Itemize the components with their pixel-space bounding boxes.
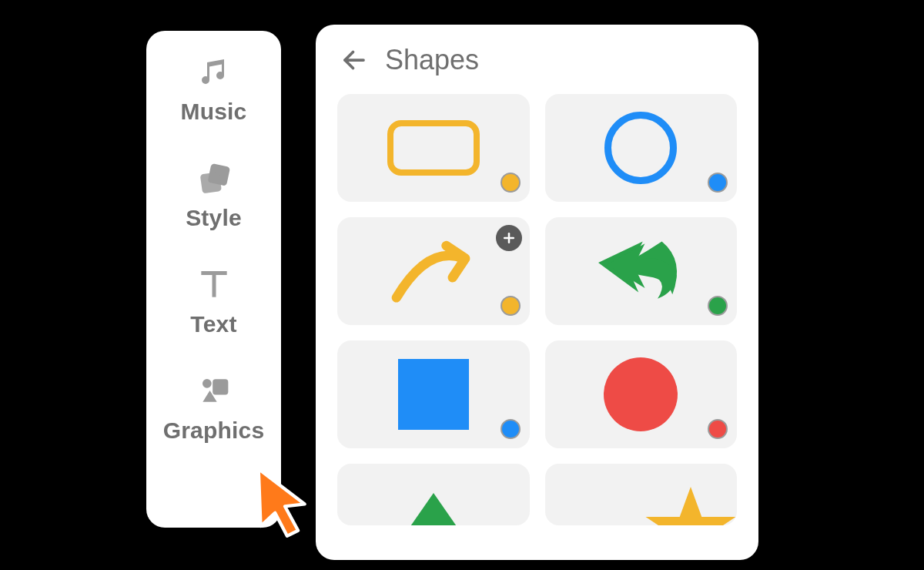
- sidebar-item-label: Text: [190, 311, 236, 337]
- svg-marker-9: [646, 487, 736, 525]
- color-dot[interactable]: [708, 419, 728, 439]
- svg-rect-1: [199, 172, 221, 193]
- shape-tile-arrow-right[interactable]: [337, 217, 530, 325]
- square-icon: [398, 359, 469, 430]
- sidebar: Music Style Text Graphics: [146, 31, 281, 528]
- text-icon: [192, 265, 236, 303]
- svg-point-5: [202, 379, 211, 388]
- shape-tile-circle[interactable]: [545, 340, 738, 448]
- panel-title: Shapes: [385, 44, 479, 76]
- sidebar-item-label: Style: [186, 205, 242, 231]
- graphics-icon: [192, 371, 236, 410]
- triangle-icon: [395, 493, 472, 525]
- sidebar-item-label: Music: [180, 99, 246, 125]
- sidebar-item-music[interactable]: Music: [146, 52, 281, 125]
- style-icon: [192, 159, 236, 197]
- arrow-right-icon: [380, 229, 487, 314]
- panel-header: Shapes: [337, 43, 737, 77]
- shape-tile-circle-outline[interactable]: [545, 94, 738, 202]
- circle-outline-icon: [604, 112, 677, 184]
- arrow-left-icon: [583, 229, 698, 314]
- shapes-grid: [337, 94, 737, 525]
- shape-tile-square[interactable]: [337, 340, 530, 448]
- add-button[interactable]: [496, 225, 522, 251]
- svg-rect-4: [213, 379, 228, 394]
- rounded-rectangle-icon: [387, 120, 480, 176]
- sidebar-item-text[interactable]: Text: [146, 265, 281, 337]
- music-icon: [192, 52, 236, 91]
- back-button[interactable]: [337, 43, 371, 77]
- shape-tile-rounded-rectangle[interactable]: [337, 94, 530, 202]
- color-dot[interactable]: [708, 296, 728, 316]
- color-dot[interactable]: [500, 296, 521, 316]
- shape-tile-star[interactable]: [545, 464, 738, 525]
- sidebar-item-graphics[interactable]: Graphics: [146, 371, 281, 444]
- color-dot[interactable]: [500, 173, 521, 193]
- color-dot[interactable]: [708, 173, 728, 193]
- shapes-panel: Shapes: [316, 25, 758, 560]
- shape-tile-arrow-left[interactable]: [545, 217, 738, 325]
- color-dot[interactable]: [500, 419, 521, 439]
- sidebar-item-style[interactable]: Style: [146, 159, 281, 231]
- circle-icon: [604, 357, 678, 431]
- sidebar-item-label: Graphics: [163, 417, 265, 444]
- shape-tile-triangle[interactable]: [337, 464, 530, 525]
